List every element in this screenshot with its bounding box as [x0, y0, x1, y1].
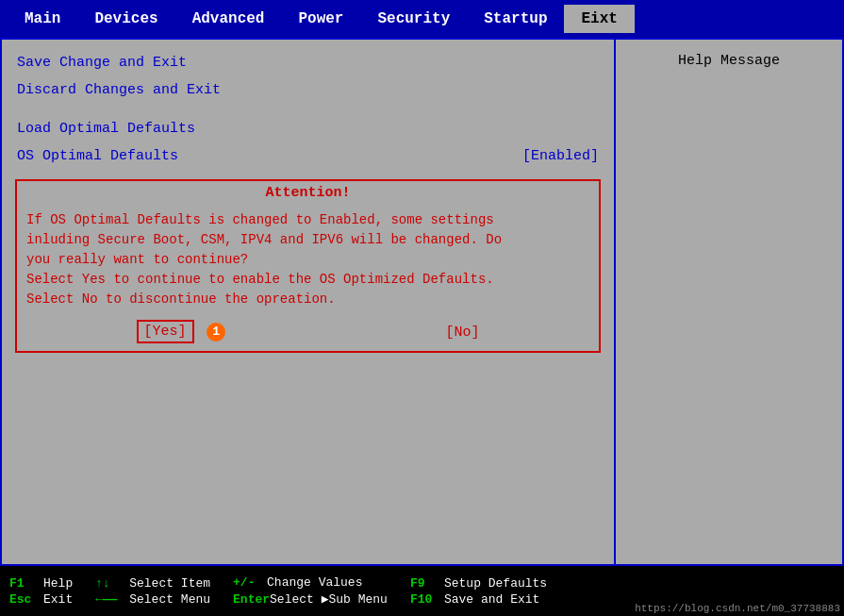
attention-title: Attention!: [17, 181, 599, 205]
menu-bar: Main Devices Advanced Power Security Sta…: [0, 0, 844, 38]
plusminus-key: +/-: [233, 575, 267, 590]
status-col-f9-f10: F9 Setup Defaults F10 Save and Exit: [410, 575, 547, 608]
f1-key: F1: [9, 576, 43, 591]
yes-button[interactable]: [Yes]: [137, 320, 194, 343]
menu-main[interactable]: Main: [8, 5, 77, 33]
load-optimal-option[interactable]: Load Optimal Defaults: [15, 115, 601, 142]
attention-line2: inluding Secure Boot, CSM, IPV4 and IPV6…: [26, 230, 589, 250]
right-panel: Help Message: [616, 40, 842, 564]
status-col-nav: ↑↓ Select Item ←—— Select Menu: [95, 575, 210, 608]
menu-devices[interactable]: Devices: [77, 5, 174, 33]
attention-body: If OS Optimal Defaults is changed to Ena…: [17, 205, 599, 315]
setup-defaults-label: Setup Defaults: [444, 576, 547, 591]
status-f1-row: F1 Help: [9, 576, 73, 591]
f10-key: F10: [410, 592, 444, 607]
help-label: Help: [43, 576, 73, 591]
status-enter-row: Enter Select ▶Sub Menu: [233, 591, 388, 607]
status-esc-row: Esc Exit: [9, 592, 73, 607]
enter-key: Enter: [233, 592, 270, 607]
no-button[interactable]: [No]: [445, 325, 479, 341]
os-optimal-value: [Enabled]: [522, 148, 599, 164]
select-sub-label: Select ▶Sub Menu: [270, 591, 388, 607]
updown-icon: ↑↓: [95, 576, 129, 591]
status-leftright-row: ←—— Select Menu: [95, 592, 210, 607]
status-f9-row: F9 Setup Defaults: [410, 576, 547, 591]
attention-dialog: Attention! If OS Optimal Defaults is cha…: [15, 179, 601, 353]
os-optimal-option[interactable]: OS Optimal Defaults [Enabled]: [15, 142, 601, 170]
os-optimal-label: OS Optimal Defaults: [17, 148, 178, 164]
main-area: Save Change and Exit Discard Changes and…: [0, 38, 844, 566]
badge-1: 1: [207, 323, 225, 341]
menu-security[interactable]: Security: [360, 5, 467, 33]
save-exit-label: Save and Exit: [444, 592, 539, 607]
help-title: Help Message: [625, 49, 833, 76]
menu-power[interactable]: Power: [281, 5, 360, 33]
attention-line1: If OS Optimal Defaults is changed to Ena…: [26, 210, 589, 230]
status-plusminus-row: +/- Change Values: [233, 575, 388, 590]
status-col-values: +/- Change Values Enter Select ▶Sub Menu: [233, 574, 388, 608]
watermark: https://blog.csdn.net/m0_37738883: [631, 601, 844, 616]
status-updown-row: ↑↓ Select Item: [95, 576, 210, 591]
attention-buttons: [Yes] 1 [No]: [17, 315, 599, 351]
esc-key: Esc: [9, 592, 43, 607]
discard-changes-option[interactable]: Discard Changes and Exit: [15, 76, 601, 104]
select-menu-label: Select Menu: [129, 592, 210, 607]
leftright-icon: ←——: [95, 592, 129, 607]
attention-line4: Select Yes to continue to enable the OS …: [26, 270, 589, 290]
status-f10-row: F10 Save and Exit: [410, 592, 547, 607]
status-col-f1-esc: F1 Help Esc Exit: [9, 575, 73, 608]
f9-key: F9: [410, 576, 444, 591]
menu-startup[interactable]: Startup: [467, 5, 564, 33]
menu-eixt[interactable]: Eixt: [564, 5, 634, 33]
change-values-label: Change Values: [267, 575, 362, 590]
attention-line3: you really want to continue?: [26, 250, 589, 270]
save-change-option[interactable]: Save Change and Exit: [15, 49, 601, 76]
exit-label: Exit: [43, 592, 73, 607]
select-item-label: Select Item: [129, 576, 210, 591]
attention-line5: Select No to discontinue the opreation.: [26, 290, 589, 309]
left-panel: Save Change and Exit Discard Changes and…: [2, 40, 616, 564]
menu-advanced[interactable]: Advanced: [175, 5, 282, 33]
